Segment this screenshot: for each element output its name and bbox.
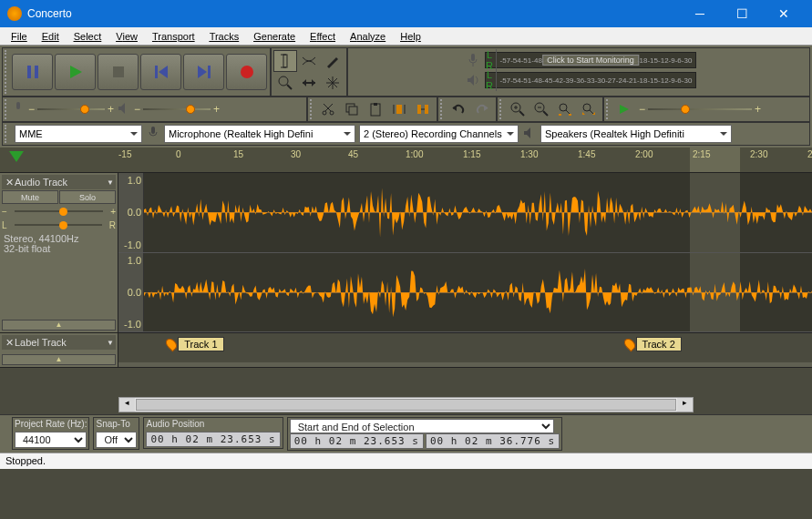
edit-toolbar (307, 97, 437, 122)
solo-button[interactable]: Solo (59, 190, 116, 204)
redo-icon[interactable] (470, 98, 494, 120)
label-text[interactable]: Track 2 (636, 337, 682, 351)
zoom-tool-icon[interactable] (273, 72, 297, 94)
timeline-ruler[interactable]: -1501530451:001:151:301:452:002:152:302:… (0, 148, 812, 173)
svg-point-26 (323, 111, 326, 115)
cut-icon[interactable] (316, 98, 340, 120)
label-track-panel: ✕ Label Track ▼ ▲ (0, 333, 118, 367)
speaker-icon[interactable] (461, 69, 485, 91)
snap-to-select[interactable]: Off (96, 432, 137, 448)
svg-rect-37 (417, 105, 421, 114)
label-text[interactable]: Track 1 (178, 337, 223, 351)
svg-rect-33 (374, 103, 377, 106)
track-format-info: Stereo, 44100Hz 32-bit float (2, 232, 116, 256)
project-rate-select[interactable]: 44100 (15, 432, 87, 448)
label-track-body[interactable]: Track 1 Track 2 (118, 333, 812, 362)
collapse-track-button[interactable]: ▲ (2, 320, 116, 331)
fit-selection-icon[interactable] (553, 98, 577, 120)
selection-mode-select[interactable]: Start and End of Selection (290, 419, 554, 433)
menu-tracks[interactable]: Tracks (202, 29, 247, 44)
scroll-thumb[interactable] (136, 399, 676, 411)
paste-icon[interactable] (364, 98, 387, 120)
menu-effect[interactable]: Effect (303, 29, 343, 44)
fit-project-icon[interactable] (577, 98, 601, 120)
svg-rect-31 (349, 107, 357, 115)
label-marker[interactable]: Track 1 (167, 337, 223, 351)
label-pin-icon[interactable] (164, 337, 180, 352)
track-menu-dropdown-icon[interactable]: ▼ (107, 339, 114, 347)
minimize-button[interactable]: ─ (679, 0, 721, 27)
envelope-tool-icon[interactable] (297, 50, 321, 72)
menu-help[interactable]: Help (393, 29, 428, 44)
horizontal-scrollbar[interactable]: ◂ ▸ (118, 397, 694, 412)
svg-point-49 (560, 104, 567, 111)
track-menu-dropdown-icon[interactable]: ▼ (107, 178, 114, 187)
label-marker[interactable]: Track 2 (625, 337, 682, 351)
silence-icon[interactable] (411, 98, 435, 120)
scroll-right-button[interactable]: ▸ (677, 398, 693, 412)
close-track-button[interactable]: ✕ (4, 337, 15, 349)
zoom-in-icon[interactable] (506, 98, 529, 120)
svg-rect-38 (425, 105, 428, 114)
playback-meter[interactable]: LR -57-54-51-48-45-42-39-36-33-30-27-24-… (485, 72, 697, 88)
skip-start-button[interactable] (140, 54, 181, 90)
multi-tool-icon[interactable] (321, 72, 344, 94)
recording-volume-slider[interactable]: −+ (26, 101, 117, 117)
menu-view[interactable]: View (108, 29, 145, 44)
pan-slider[interactable]: LR (2, 219, 116, 231)
selection-end-value[interactable]: 00 h 02 m 36.776 s (426, 433, 560, 449)
stop-button[interactable] (98, 54, 139, 90)
playback-device-select[interactable]: Speakers (Realtek High Definiti (540, 125, 732, 143)
maximize-button[interactable]: ☐ (721, 0, 763, 27)
record-button[interactable] (226, 54, 267, 90)
svg-rect-9 (283, 55, 287, 67)
label-pin-icon[interactable] (622, 337, 637, 352)
menu-analyze[interactable]: Analyze (343, 29, 393, 44)
svg-marker-15 (303, 79, 306, 86)
window-title: Concerto (27, 7, 679, 20)
play-head-icon[interactable] (9, 151, 24, 169)
scroll-left-button[interactable]: ◂ (119, 398, 135, 412)
mic-icon (146, 126, 160, 142)
gain-slider[interactable]: −+ (2, 205, 116, 218)
audio-position-value[interactable]: 00 h 02 m 23.653 s (146, 432, 280, 447)
trim-icon[interactable] (387, 98, 411, 120)
skip-end-button[interactable] (183, 54, 224, 90)
play-button[interactable] (55, 54, 96, 90)
mic-icon[interactable] (461, 49, 485, 71)
collapse-track-button[interactable]: ▲ (2, 354, 116, 365)
draw-tool-icon[interactable] (321, 50, 344, 72)
undo-icon[interactable] (447, 98, 470, 120)
mute-button[interactable]: Mute (2, 190, 58, 204)
svg-point-53 (583, 104, 591, 111)
menu-transport[interactable]: Transport (145, 29, 202, 44)
close-track-button[interactable]: ✕ (4, 177, 15, 188)
app-icon (7, 6, 22, 21)
audio-track-panel: ✕ Audio Track ▼ Mute Solo −+ LR Stereo, … (0, 173, 118, 332)
track-name[interactable]: Audio Track (15, 177, 67, 188)
recording-channels-select[interactable]: 2 (Stereo) Recording Channels (359, 125, 519, 143)
pause-button[interactable] (12, 54, 53, 90)
menu-generate[interactable]: Generate (246, 29, 303, 44)
audio-track-waveform[interactable]: 1.00.0-1.0 1.00.0-1.0 (118, 173, 812, 332)
recording-device-select[interactable]: Microphone (Realtek High Defini (164, 125, 355, 143)
playback-volume-slider[interactable]: −+ (131, 101, 222, 117)
timeshift-tool-icon[interactable] (297, 72, 321, 94)
menu-file[interactable]: File (4, 29, 35, 44)
audio-position-label: Audio Position (146, 419, 280, 432)
zoom-out-icon[interactable] (529, 98, 553, 120)
tracks-area: ✕ Audio Track ▼ Mute Solo −+ LR Stereo, … (0, 173, 812, 368)
track-name[interactable]: Label Track (15, 337, 67, 348)
transport-toolbar (2, 47, 271, 97)
close-button[interactable]: ✕ (763, 0, 805, 27)
playback-speed-slider[interactable]: −+ (636, 101, 764, 117)
selection-start-value[interactable]: 00 h 02 m 23.653 s (290, 433, 424, 449)
menu-edit[interactable]: Edit (35, 29, 67, 44)
monitoring-text[interactable]: Click to Start Monitoring (542, 55, 639, 66)
audio-host-select[interactable]: MME (15, 125, 142, 143)
play-at-speed-button[interactable] (612, 98, 636, 120)
copy-icon[interactable] (340, 98, 364, 120)
recording-meter[interactable]: LR -57-54-51-48-45-42-39-36-33-30-27-24-… (485, 52, 697, 68)
selection-tool-icon[interactable] (273, 50, 297, 72)
menu-select[interactable]: Select (67, 29, 109, 44)
